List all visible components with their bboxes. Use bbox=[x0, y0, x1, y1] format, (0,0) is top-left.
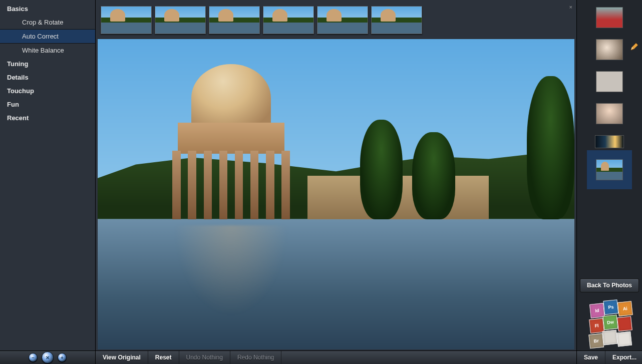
pencil-icon[interactable] bbox=[630, 42, 639, 51]
main-area: × bbox=[96, 0, 576, 364]
cube-face-icon: Dw bbox=[603, 314, 618, 330]
cube-face-icon: Br bbox=[588, 333, 604, 349]
cube-face-icon bbox=[602, 330, 618, 345]
bin-thumb-car-night[interactable] bbox=[595, 135, 624, 148]
zoom-in-icon[interactable]: + bbox=[58, 353, 67, 362]
bottom-toolbar: View Original Reset Undo Nothing Redo No… bbox=[96, 350, 576, 364]
bin-thumb-boy[interactable] bbox=[596, 103, 623, 124]
photo-canvas[interactable] bbox=[98, 39, 574, 349]
sidebar-cat-fun[interactable]: Fun bbox=[0, 98, 95, 111]
view-original-button[interactable]: View Original bbox=[96, 351, 148, 364]
bin-thumb-palace[interactable] bbox=[596, 159, 623, 180]
preset-thumb-6[interactable] bbox=[371, 6, 422, 34]
canvas-area bbox=[96, 39, 576, 350]
tree-icon bbox=[412, 132, 455, 219]
export-button[interactable]: Export... bbox=[605, 351, 642, 364]
redo-button[interactable]: Redo Nothing bbox=[230, 351, 281, 364]
sidebar-item-crop-rotate[interactable]: Crop & Rotate bbox=[0, 16, 95, 29]
tree-icon bbox=[360, 120, 403, 219]
save-button[interactable]: Save bbox=[577, 351, 605, 364]
back-to-photos-button[interactable]: Back To Photos bbox=[580, 278, 639, 292]
cube-face-icon bbox=[617, 316, 632, 331]
preset-thumb-5[interactable] bbox=[317, 6, 368, 34]
zoom-controls: – ✕ + bbox=[0, 350, 95, 364]
preset-thumb-2[interactable] bbox=[155, 6, 206, 34]
bin-thumb-family[interactable] bbox=[596, 39, 623, 60]
sidebar-cat-details[interactable]: Details bbox=[0, 71, 95, 84]
cube-face-icon: Ps bbox=[603, 299, 618, 315]
sidebar-list: Basics Crop & Rotate Auto Correct White … bbox=[0, 0, 95, 125]
preset-thumb-1[interactable] bbox=[101, 6, 152, 34]
right-panel: Back To Photos IdPsAiFlDwBr Save Export.… bbox=[576, 0, 642, 364]
close-icon[interactable]: × bbox=[569, 4, 572, 10]
zoom-out-icon[interactable]: – bbox=[29, 353, 38, 362]
tree-icon bbox=[527, 76, 574, 219]
sidebar-cat-basics[interactable]: Basics bbox=[0, 2, 95, 16]
sidebar-cat-recent[interactable]: Recent bbox=[0, 111, 95, 125]
sidebar-item-auto-correct[interactable]: Auto Correct bbox=[0, 29, 95, 44]
dome-structure bbox=[164, 64, 298, 219]
adobe-cube[interactable]: IdPsAiFlDwBr bbox=[577, 294, 642, 350]
bin-thumb-street[interactable] bbox=[596, 7, 623, 28]
zoom-fit-icon[interactable]: ✕ bbox=[42, 351, 54, 363]
reflection bbox=[164, 225, 298, 331]
app-root: Basics Crop & Rotate Auto Correct White … bbox=[0, 0, 642, 364]
preset-strip bbox=[96, 0, 576, 39]
cube-face-icon: Ai bbox=[617, 301, 633, 316]
sidebar-cat-tuning[interactable]: Tuning bbox=[0, 57, 95, 71]
right-bottom-toolbar: Save Export... bbox=[577, 350, 642, 364]
sidebar-cat-touchup[interactable]: Touchup bbox=[0, 84, 95, 98]
left-sidebar: Basics Crop & Rotate Auto Correct White … bbox=[0, 0, 96, 364]
cube-face-icon bbox=[616, 331, 632, 347]
preset-thumb-4[interactable] bbox=[263, 6, 314, 34]
undo-button[interactable]: Undo Nothing bbox=[179, 351, 230, 364]
bin-thumb-snow[interactable] bbox=[596, 71, 623, 92]
preset-thumb-3[interactable] bbox=[209, 6, 260, 34]
sidebar-item-white-balance[interactable]: White Balance bbox=[0, 44, 95, 57]
reset-button[interactable]: Reset bbox=[148, 351, 179, 364]
